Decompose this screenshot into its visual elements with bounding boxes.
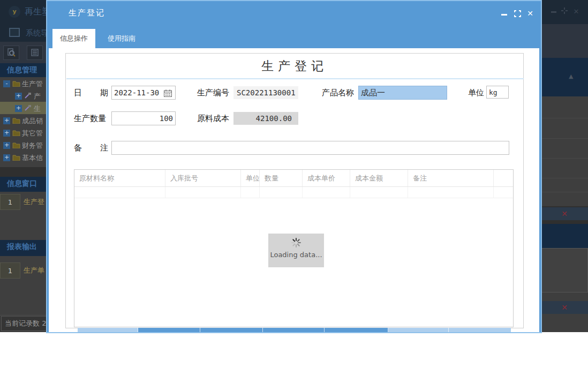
expand-plus-icon[interactable]: +: [3, 154, 10, 161]
form-heading: 生产登记: [66, 58, 523, 74]
empty-table-row: [74, 187, 513, 198]
strip-button[interactable]: [200, 328, 263, 332]
strip-button[interactable]: [388, 328, 449, 332]
app-logo-icon: y: [9, 6, 20, 18]
section-info-mgmt-header[interactable]: 信息管理: [0, 63, 48, 77]
tab-user-guide[interactable]: 使用指南: [99, 29, 145, 48]
right-panel-section-bar: [541, 224, 588, 248]
tree-item[interactable]: +成品销: [0, 114, 48, 126]
bg-minimize-icon[interactable]: [549, 7, 558, 16]
delete-row-button[interactable]: ✕: [541, 301, 588, 314]
folder-icon: [12, 115, 20, 126]
expand-plus-icon[interactable]: +: [3, 130, 10, 137]
dialog-title: 生产登记: [69, 8, 105, 18]
remark-label: 备注: [74, 143, 108, 153]
product-name-label: 产品名称: [322, 88, 354, 98]
close-icon[interactable]: ✕: [526, 9, 534, 18]
col-batch-no[interactable]: 入库批号: [165, 170, 241, 186]
materials-table: 原材料名称 入库批号 单位 数量 成本单价 成本金额 备注: [74, 169, 514, 327]
nav-tree: -生产管 +产 +生 +成品销 +其它管 +财务管 +基本信: [0, 77, 48, 167]
cost-value: 42100.00: [233, 112, 298, 125]
minimize-icon[interactable]: [500, 9, 508, 18]
expand-plus-icon[interactable]: +: [3, 117, 10, 124]
search-icon: [7, 48, 16, 57]
col-filler: [494, 170, 513, 186]
section-info-window-header[interactable]: 信息窗口: [0, 177, 48, 192]
folder-icon: [12, 139, 20, 151]
tree-item-selected[interactable]: +生: [0, 102, 48, 114]
right-panel-gap: [541, 314, 588, 332]
bg-restore-icon[interactable]: [560, 7, 569, 16]
strip-button[interactable]: [449, 328, 511, 332]
tree-item[interactable]: +产: [0, 89, 48, 102]
maximize-icon[interactable]: [513, 9, 522, 18]
col-cost-amount[interactable]: 成本金额: [350, 170, 408, 186]
tool-icon: [24, 90, 32, 102]
search-toolbar-button[interactable]: [3, 46, 19, 60]
list-item[interactable]: 1 生产单: [0, 262, 48, 279]
expand-plus-icon[interactable]: +: [15, 105, 22, 112]
strip-button[interactable]: [325, 328, 388, 332]
col-unit[interactable]: 单位: [241, 170, 260, 186]
production-registration-dialog: 生产登记 ✕ 信息操作 使用指南 生产登记 日期 生产编号 SC20221130…: [47, 1, 541, 332]
loading-text: Loading data...: [268, 251, 324, 259]
qty-input[interactable]: [111, 111, 176, 125]
table-header-row: 原材料名称 入库批号 单位 数量 成本单价 成本金额 备注: [74, 170, 513, 187]
product-name-input[interactable]: [358, 86, 447, 100]
remark-input[interactable]: [111, 141, 509, 155]
collapse-up-icon[interactable]: ▲: [569, 73, 573, 80]
delete-x-icon: ✕: [561, 209, 568, 218]
col-material-name[interactable]: 原材料名称: [74, 170, 165, 186]
dialog-titlebar[interactable]: 生产登记 ✕: [47, 1, 541, 25]
spinner-icon: [291, 238, 301, 247]
col-remark[interactable]: 备注: [408, 170, 494, 186]
cost-label: 原料成本: [197, 114, 229, 124]
right-panel-textarea[interactable]: [541, 248, 588, 292]
collapse-minus-icon[interactable]: -: [3, 80, 10, 87]
tree-item[interactable]: +基本信: [0, 151, 48, 163]
folder-icon: [12, 78, 20, 89]
app-title: 再生塑: [25, 6, 50, 18]
right-panel-top: [541, 24, 588, 58]
dialog-tab-strip: 信息操作 使用指南: [47, 26, 541, 48]
strip-button[interactable]: [263, 328, 325, 332]
prod-no-value: SC20221130001: [233, 86, 298, 99]
right-panel-rows: [541, 96, 588, 206]
expand-plus-icon[interactable]: +: [15, 93, 22, 100]
info-window-panel: 1 生产登: [0, 192, 48, 240]
calendar-icon[interactable]: [164, 89, 172, 99]
report-output-panel: 1 生产单: [0, 256, 48, 315]
bg-close-icon[interactable]: ✕: [572, 7, 581, 16]
delete-x-icon: ✕: [561, 303, 568, 312]
strip-button[interactable]: [138, 328, 200, 332]
date-label: 日期: [74, 88, 108, 98]
dialog-content: 生产登记 日期 生产编号 SC20221130001 产品名称 单位 生产数量 …: [49, 48, 539, 332]
report-icon: [31, 48, 39, 57]
tree-item[interactable]: -生产管: [0, 77, 48, 89]
expand-plus-icon[interactable]: +: [3, 142, 10, 149]
right-panel-header: ▲: [541, 58, 588, 96]
qty-label: 生产数量: [74, 114, 106, 124]
folder-icon: [12, 127, 20, 139]
loading-indicator: Loading data...: [268, 234, 324, 267]
delete-row-button[interactable]: ✕: [541, 207, 588, 220]
right-panel-gap: [541, 292, 588, 301]
report-toolbar-button[interactable]: [27, 46, 43, 60]
prod-no-label: 生产编号: [197, 88, 229, 98]
col-unit-cost[interactable]: 成本单价: [303, 170, 350, 186]
col-qty[interactable]: 数量: [260, 170, 303, 186]
section-report-output-header[interactable]: 报表输出: [0, 240, 48, 256]
strip-button[interactable]: [78, 328, 138, 332]
tool-icon: [24, 102, 32, 114]
unit-label: 单位: [468, 88, 484, 98]
nav-checkbox-icon: [9, 28, 20, 37]
unit-input[interactable]: [486, 86, 509, 99]
tab-info-operation[interactable]: 信息操作: [52, 29, 95, 48]
form-card: 生产登记 日期 生产编号 SC20221130001 产品名称 单位 生产数量 …: [65, 53, 524, 328]
tree-item[interactable]: +财务管: [0, 139, 48, 151]
record-count-status: 当前记录数 2: [1, 316, 47, 331]
heading-rule: [66, 78, 524, 79]
tree-item[interactable]: +其它管: [0, 126, 48, 139]
folder-icon: [12, 152, 20, 163]
list-item[interactable]: 1 生产登: [0, 194, 48, 210]
